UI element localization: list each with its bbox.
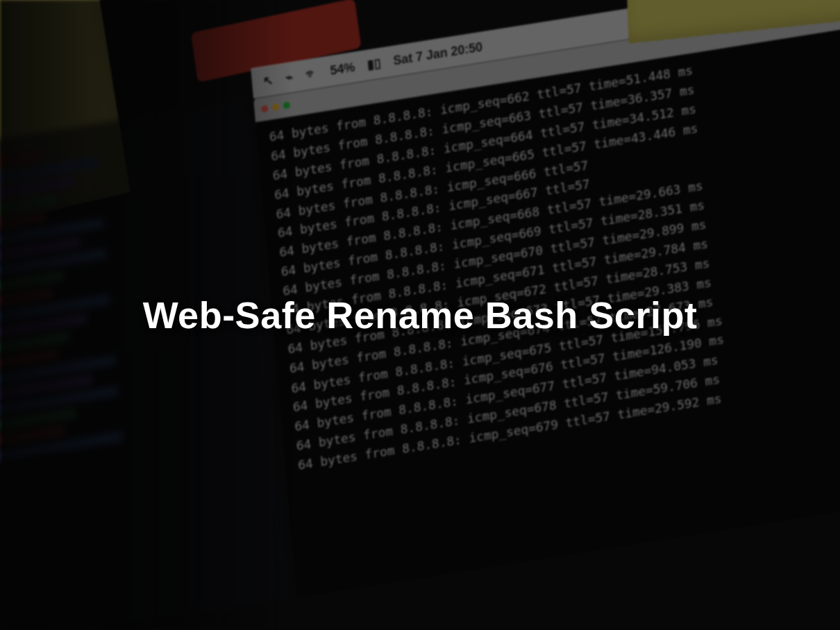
battery-icon: ▮▯ xyxy=(367,56,382,73)
page-title: Web-Safe Rename Bash Script xyxy=(143,293,698,337)
hero-image: ↖ ⌁ ᯤ 54% ▮▯ Sat 7 Jan 20:50 🔍 ≡ 64 byte… xyxy=(0,0,840,630)
battery-percent: 54% xyxy=(330,60,355,78)
wifi-icon: ᯤ xyxy=(305,66,319,83)
